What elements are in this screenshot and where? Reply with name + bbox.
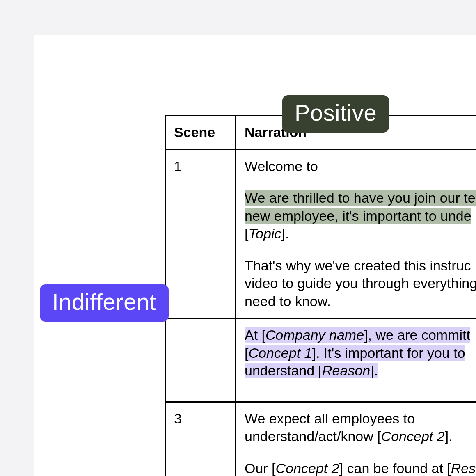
narration-line: understand/act/know [Concept 2].	[245, 428, 476, 446]
narration-line: Our [Concept 2] can be found at [Res	[245, 460, 476, 476]
placeholder-topic: Topic	[248, 226, 281, 241]
text: ] can be found at [	[339, 460, 451, 476]
text: ].	[445, 428, 453, 444]
text: ].	[370, 363, 378, 378]
narration-line: new employee, it's important to unde	[245, 207, 476, 225]
text: At [	[245, 327, 265, 343]
placeholder-concept: Concept 2	[276, 460, 339, 476]
text: understand [	[245, 363, 322, 378]
blank-line	[245, 446, 476, 460]
narration-line: At [Company name], we are committ	[245, 326, 476, 344]
narration-line: We expect all employees to	[245, 410, 476, 428]
highlight-indifferent: [Concept 1]. It's important for you to	[245, 345, 465, 361]
narration-line: understand [Reason].	[245, 362, 476, 380]
placeholder-concept: Concept 2	[381, 428, 445, 444]
narration-line: Welcome to	[245, 158, 476, 176]
narration-line: [Topic].	[245, 225, 476, 243]
cell-narration: We expect all employees to understand/ac…	[236, 402, 476, 476]
document-page: Scene Narration 1 Welcome to We are thri…	[34, 35, 476, 476]
text: understand/act/know [	[245, 428, 381, 444]
text: ]. It's important for you to	[312, 345, 465, 361]
cell-scene: 3	[165, 402, 236, 476]
text: ], we are committ	[364, 327, 470, 343]
narration-line: video to guide you through everything	[245, 275, 476, 293]
cell-narration: At [Company name], we are committ [Conce…	[236, 318, 476, 402]
cell-scene: 1	[165, 149, 236, 318]
placeholder-company: Company name	[265, 327, 364, 343]
text: ].	[281, 226, 289, 241]
cell-narration: Welcome to We are thrilled to have you j…	[236, 149, 476, 318]
table-row: 3 We expect all employees to understand/…	[165, 402, 476, 476]
blank-line	[245, 175, 476, 189]
header-scene: Scene	[165, 116, 236, 150]
narration-line: That's why we've created this instruc	[245, 257, 476, 275]
highlight-indifferent: understand [Reason].	[245, 363, 378, 378]
highlight-indifferent: At [Company name], we are committ	[245, 327, 470, 343]
blank-line	[245, 380, 476, 394]
tag-indifferent[interactable]: Indifferent	[40, 284, 169, 322]
script-table: Scene Narration 1 Welcome to We are thri…	[165, 115, 476, 476]
table-row: 1 Welcome to We are thrilled to have you…	[165, 149, 476, 318]
table-row: At [Company name], we are committ [Conce…	[165, 318, 476, 402]
cell-scene	[165, 318, 236, 402]
placeholder-resource: Res	[451, 460, 476, 476]
highlight-positive: new employee, it's important to unde	[245, 208, 471, 224]
tag-positive[interactable]: Positive	[282, 95, 389, 133]
highlight-positive: We are thrilled to have you join our te	[245, 190, 476, 206]
narration-line: need to know.	[245, 293, 476, 311]
text: Our [	[245, 460, 276, 476]
placeholder-reason: Reason	[322, 363, 370, 378]
narration-line: We are thrilled to have you join our te	[245, 189, 476, 207]
narration-line: [Concept 1]. It's important for you to	[245, 344, 476, 362]
placeholder-concept: Concept 1	[248, 345, 312, 361]
blank-line	[245, 243, 476, 257]
